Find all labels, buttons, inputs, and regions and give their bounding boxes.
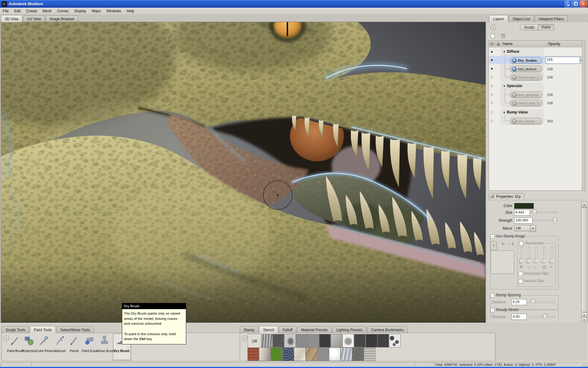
menu-display[interactable]: Display bbox=[71, 8, 89, 14]
layer-trex-bump[interactable]: trex_bump bbox=[510, 118, 542, 125]
collapse-triangle-icon[interactable]: ▼ bbox=[503, 85, 506, 88]
horizontal-flips-checkbox[interactable] bbox=[518, 272, 523, 276]
layer-trex-texture[interactable]: trex_texture bbox=[510, 66, 542, 72]
tool-clone-brush[interactable]: Clone Brush bbox=[97, 335, 112, 353]
title-bar[interactable]: Autodesk Mudbox × bbox=[0, 0, 588, 8]
stencil-cracked-stone[interactable] bbox=[306, 347, 317, 361]
eye-icon[interactable] bbox=[489, 41, 495, 46]
stamp-rotate-icon[interactable]: ↻ bbox=[501, 242, 505, 246]
menu-maps[interactable]: Maps bbox=[89, 8, 104, 14]
stencil-dark-knit[interactable] bbox=[377, 334, 389, 347]
stencil-off-button[interactable]: Off bbox=[248, 334, 261, 349]
tab-layers[interactable]: Layers bbox=[489, 15, 508, 22]
stencil-granite-spot[interactable] bbox=[342, 334, 354, 347]
visibility-dot-paint-layer-1[interactable] bbox=[491, 76, 493, 78]
stencil-grass[interactable] bbox=[271, 347, 282, 361]
scroll-up-icon[interactable]: ▲ bbox=[581, 202, 587, 207]
tool-airbrush[interactable]: Airbrush bbox=[52, 335, 67, 353]
visibility-dot-bump-value[interactable] bbox=[491, 111, 493, 114]
tab-image-browser[interactable]: Image Browser bbox=[46, 15, 78, 22]
stencil-pebble-knit[interactable] bbox=[352, 347, 364, 361]
stencil-fur[interactable] bbox=[259, 347, 271, 361]
tool-paint-brush[interactable]: Paint Brush bbox=[7, 335, 22, 353]
stencil-clouds[interactable] bbox=[329, 347, 341, 361]
mirror-dropdown[interactable]: Off bbox=[514, 225, 532, 231]
menu-help[interactable]: Help bbox=[124, 8, 137, 14]
opacity-trex-texture[interactable]: 100 bbox=[547, 67, 553, 71]
group-bump-value[interactable]: ▼Bump Value bbox=[503, 110, 528, 114]
mode-paint-button[interactable]: Paint bbox=[538, 24, 554, 30]
tab-sculpt-tools[interactable]: Sculpt Tools bbox=[2, 326, 29, 333]
close-button[interactable]: × bbox=[580, 0, 587, 7]
stencil-dark-fabric[interactable] bbox=[354, 334, 366, 347]
tab-viewport-filters[interactable]: Viewport Filters bbox=[535, 15, 568, 22]
stencil-gray-noise[interactable] bbox=[296, 334, 307, 347]
vertical-flips-checkbox[interactable] bbox=[518, 279, 523, 283]
visibility-dot-trex-bump[interactable] bbox=[491, 120, 493, 122]
visibility-dot-diffuse[interactable] bbox=[491, 51, 493, 53]
tray-expand-button[interactable]: › bbox=[242, 335, 247, 341]
tab-3d-view[interactable]: 3D View bbox=[1, 15, 22, 22]
stamp-preview-box[interactable] bbox=[491, 251, 514, 274]
steady-distance-input[interactable]: 4.00 bbox=[511, 314, 527, 320]
spacing-distance-input[interactable]: 6.25 bbox=[511, 299, 527, 305]
stencil-cracked-cells[interactable] bbox=[389, 334, 401, 347]
visibility-dot-paint-layer-3[interactable] bbox=[491, 102, 493, 104]
delete-layer-icon[interactable] bbox=[501, 33, 506, 39]
lock-icon[interactable] bbox=[495, 41, 502, 46]
brush-color-swatch[interactable] bbox=[514, 203, 534, 209]
stencil-red-brick[interactable] bbox=[247, 347, 259, 361]
resize-grip[interactable] bbox=[581, 362, 587, 366]
visibility-dot-trex-texture[interactable] bbox=[491, 68, 493, 70]
menu-curves[interactable]: Curves bbox=[54, 8, 71, 14]
layer-paint-layer-3[interactable]: Paint Layer 3 bbox=[510, 100, 542, 106]
tool-color-picker[interactable]: Color Picker bbox=[36, 335, 51, 353]
menu-mesh[interactable]: Mesh bbox=[40, 8, 54, 14]
stencil-asphalt[interactable] bbox=[317, 347, 329, 361]
visibility-dot-dry-scales[interactable] bbox=[491, 59, 493, 61]
layer-trex-specular[interactable]: trex_specular bbox=[510, 91, 542, 98]
size-slider-thumb[interactable] bbox=[533, 209, 537, 215]
scroll-down-icon[interactable]: ▼ bbox=[581, 317, 587, 323]
tab-object-list[interactable]: Object List bbox=[509, 15, 534, 22]
stencil-rock-strata[interactable] bbox=[261, 334, 273, 347]
tab-stamp[interactable]: Stamp bbox=[240, 326, 258, 333]
menu-create[interactable]: Create bbox=[23, 8, 40, 14]
minimize-button[interactable] bbox=[565, 0, 572, 7]
layers-expand-button[interactable]: › bbox=[490, 25, 496, 30]
stamp-help-button[interactable]: ? bbox=[491, 241, 497, 250]
tool-projection[interactable]: Projection bbox=[21, 335, 37, 353]
stencil-spot-blob[interactable] bbox=[284, 334, 296, 347]
tool-paint-erase[interactable]: Paint Erase bbox=[82, 335, 97, 353]
group-specular[interactable]: ▼Specular bbox=[503, 84, 522, 88]
stencil-wood-planks[interactable] bbox=[364, 347, 375, 361]
visibility-dot-specular[interactable] bbox=[491, 85, 493, 87]
stencil-dark-weave[interactable] bbox=[319, 334, 331, 347]
mode-sculpt-button[interactable]: Sculpt bbox=[520, 24, 538, 30]
layers-scrollbar[interactable] bbox=[582, 41, 585, 190]
tab-stencil[interactable]: Stencil bbox=[259, 326, 278, 333]
size-input[interactable]: 6.442 bbox=[514, 209, 530, 216]
visibility-dot-trex-specular[interactable] bbox=[491, 93, 493, 96]
steady-slider-track[interactable] bbox=[529, 316, 555, 318]
collapse-triangle-icon[interactable]: ▼ bbox=[503, 50, 506, 53]
stencil-denim[interactable] bbox=[282, 347, 294, 361]
menu-edit[interactable]: Edit bbox=[11, 8, 23, 14]
tab-material-presets[interactable]: Material Presets bbox=[297, 326, 332, 333]
stencil-flat-gray[interactable] bbox=[307, 334, 319, 347]
stencil-marble[interactable] bbox=[294, 347, 306, 361]
stamp-flip-v-icon[interactable]: ⇕ bbox=[511, 242, 514, 246]
mirror-dropdown-arrow[interactable]: ▼ bbox=[530, 225, 536, 232]
stencil-grid-weave[interactable] bbox=[366, 334, 377, 347]
tab-paint-tools[interactable]: Paint Tools bbox=[30, 326, 55, 333]
tab-falloff[interactable]: Falloff bbox=[279, 326, 296, 333]
tab-uv-view[interactable]: UV View bbox=[23, 15, 45, 22]
opacity-paint-layer-3[interactable]: 100 bbox=[547, 101, 553, 105]
stencil-crumpled-metal[interactable] bbox=[341, 347, 352, 361]
group-diffuse[interactable]: ▼Diffuse bbox=[503, 49, 519, 54]
restore-button[interactable] bbox=[572, 0, 579, 7]
layer-paint-layer-1[interactable]: Paint Layer 1 bbox=[510, 74, 542, 81]
opacity-trex-specular[interactable]: 100 bbox=[547, 93, 553, 97]
strength-input[interactable]: 100.000 bbox=[514, 217, 533, 224]
stamp-flip-h-icon[interactable]: ⇔ bbox=[506, 242, 510, 246]
